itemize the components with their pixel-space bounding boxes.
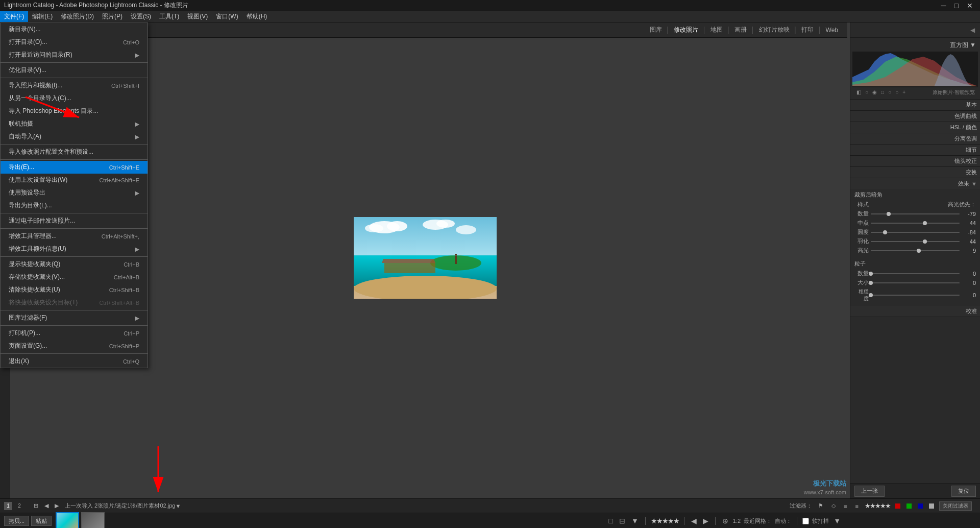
view-compare-icon[interactable]: ⊟ — [618, 517, 627, 525]
menu-export-catalog[interactable]: 导出为目录(L)... — [1, 199, 148, 212]
nav-book[interactable]: 画册 — [730, 26, 751, 34]
feather-slider[interactable] — [871, 241, 960, 242]
color-red[interactable] — [895, 503, 900, 509]
view-dropdown-icon[interactable]: ▼ — [630, 517, 640, 525]
filter-list2[interactable]: ≡ — [853, 503, 861, 509]
filter-list1[interactable]: ≡ — [842, 503, 849, 509]
menu-export-preset[interactable]: 使用预设导出▶ — [1, 186, 148, 199]
menu-optimize[interactable]: 优化目录(V)... — [1, 64, 148, 77]
circle-icon3[interactable]: ○ — [887, 88, 892, 96]
color-blue[interactable] — [918, 503, 923, 509]
circle-icon1[interactable]: ○ — [864, 88, 869, 96]
grain-size-thumb[interactable] — [869, 281, 873, 285]
hsl-header[interactable]: HSL / 颜色 — [850, 122, 980, 133]
prev-icon[interactable]: ◀ — [42, 502, 51, 509]
menu-help[interactable]: 帮助(H) — [242, 11, 272, 22]
menu-export-last[interactable]: 使用上次设置导出(W)Ctrl+Alt+Shift+E — [1, 174, 148, 186]
next-photo-icon[interactable]: ▶ — [701, 517, 710, 525]
menu-email[interactable]: 通过电子邮件发送照片... — [1, 214, 148, 227]
menu-recent-catalog[interactable]: 打开最近访问的目录(R)▶ — [1, 49, 148, 61]
roundness-slider[interactable] — [871, 232, 960, 233]
menu-export[interactable]: 导出(E)...Ctrl+Shift+E — [1, 161, 148, 174]
highlight-slider[interactable] — [871, 250, 960, 251]
copy-button[interactable]: 拷贝... — [4, 516, 29, 526]
menu-plugin-extras[interactable]: 增效工具额外信息(U)▶ — [1, 243, 148, 255]
menu-print[interactable]: 打印机(P)...Ctrl+P — [1, 327, 148, 340]
grid-icon[interactable]: ⊞ — [32, 502, 40, 509]
thumbnail-2[interactable] — [81, 512, 105, 528]
minimize-button[interactable]: ─ — [938, 2, 949, 10]
menu-window[interactable]: 窗口(W) — [212, 11, 242, 22]
nav-print[interactable]: 打印 — [797, 26, 818, 34]
menu-develop[interactable]: 修改照片(D) — [57, 11, 98, 22]
midpoint-thumb[interactable] — [923, 221, 927, 225]
highlight-thumb[interactable] — [917, 249, 921, 253]
feather-thumb[interactable] — [923, 239, 927, 244]
menu-import[interactable]: 导入照片和视频(I)...Ctrl+Shift+I — [1, 79, 148, 92]
menu-import-pse[interactable]: 导入 Photoshop Elements 目录... — [1, 105, 148, 117]
filter-icon1[interactable]: ⚑ — [816, 502, 825, 509]
menu-view[interactable]: 视图(V) — [183, 11, 212, 22]
split-toning-header[interactable]: 分离色调 — [850, 133, 980, 144]
color-gray[interactable] — [929, 503, 934, 509]
maximize-button[interactable]: □ — [951, 2, 962, 10]
menu-quick-collection[interactable]: 显示快捷收藏夹(Q)Ctrl+B — [1, 258, 148, 271]
page-2[interactable]: 2 — [15, 502, 23, 510]
tone-curve-header[interactable]: 色调曲线 — [850, 111, 980, 122]
amount-thumb[interactable] — [887, 212, 891, 216]
midpoint-slider[interactable] — [871, 223, 960, 224]
menu-tools[interactable]: 工具(T) — [155, 11, 183, 22]
menu-edit[interactable]: 编辑(E) — [28, 11, 57, 22]
nav-slideshow[interactable]: 幻灯片放映 — [755, 26, 794, 34]
menu-file[interactable]: 文件(F) — [0, 11, 28, 22]
prev-button[interactable]: 上一张 — [854, 486, 885, 497]
path-dropdown-icon[interactable]: ▼ — [175, 503, 181, 509]
detail-header[interactable]: 细节 — [850, 145, 980, 155]
grain-amount-slider[interactable] — [871, 273, 960, 274]
view-single-icon[interactable]: □ — [607, 517, 615, 525]
filter-icon2[interactable]: ◇ — [829, 502, 838, 509]
nav-develop[interactable]: 修改照片 — [670, 26, 702, 34]
square-icon[interactable]: □ — [880, 88, 885, 96]
toolbar-dropdown[interactable]: ▼ — [832, 517, 842, 525]
menu-open-catalog[interactable]: 打开目录(O)...Ctrl+O — [1, 36, 148, 49]
zoom-icon[interactable]: ⊕ — [721, 517, 730, 525]
nav-web[interactable]: Web — [822, 27, 842, 34]
menu-import-catalog[interactable]: 从另一个目录导入(C)... — [1, 92, 148, 105]
thumbnail-1[interactable] — [56, 512, 79, 528]
menu-page-setup[interactable]: 页面设置(G)...Ctrl+Shift+P — [1, 340, 148, 352]
menu-new-catalog[interactable]: 新目录(N)... — [1, 23, 148, 36]
close-button[interactable]: ✕ — [964, 2, 976, 10]
rating-stars[interactable]: ★★★★★ — [651, 517, 679, 525]
menu-library-filter[interactable]: 图库过滤器(F)▶ — [1, 311, 148, 324]
menu-tethered[interactable]: 联机拍摄▶ — [1, 117, 148, 130]
close-filter-button[interactable]: 关闭过滤器 — [939, 501, 972, 511]
amount-slider[interactable] — [871, 213, 960, 214]
calibration-header[interactable]: 校准 — [850, 306, 980, 317]
window-controls[interactable]: ─ □ ✕ — [938, 2, 976, 10]
prev-photo-icon[interactable]: ◀ — [690, 517, 698, 525]
next-icon[interactable]: ▶ — [53, 502, 61, 509]
lens-correction-header[interactable]: 镜头校正 — [850, 156, 980, 166]
circle-icon4[interactable]: ○ — [894, 88, 899, 96]
reset-button[interactable]: 复位 — [951, 486, 976, 497]
menu-save-quick[interactable]: 存储快捷收藏夹(V)...Ctrl+Alt+B — [1, 271, 148, 283]
menu-photo[interactable]: 照片(P) — [98, 11, 127, 22]
plus-icon[interactable]: + — [901, 88, 906, 96]
menu-quit[interactable]: 退出(X)Ctrl+Q — [1, 355, 148, 368]
roundness-thumb[interactable] — [883, 230, 887, 234]
grain-roughness-slider[interactable] — [871, 295, 960, 296]
menu-bar[interactable]: 文件(F) 编辑(E) 修改照片(D) 照片(P) 设置(S) 工具(T) 视图… — [0, 11, 980, 22]
grain-roughness-thumb[interactable] — [869, 293, 873, 297]
paste-button[interactable]: 粘贴 — [31, 516, 52, 526]
menu-plugin-manager[interactable]: 增效工具管理器...Ctrl+Alt+Shift+, — [1, 230, 148, 243]
panel-toggle-icon[interactable]: ◀ — [969, 26, 976, 35]
effects-header[interactable]: 效果 ▼ — [850, 178, 980, 189]
menu-clear-quick[interactable]: 清除快捷收藏夹(U)Ctrl+Shift+B — [1, 283, 148, 296]
filter-stars[interactable]: ★★★★★ — [865, 502, 890, 510]
grain-size-slider[interactable] — [871, 282, 960, 283]
nav-map[interactable]: 地图 — [706, 26, 727, 34]
soft-proof-checkbox[interactable] — [802, 518, 809, 524]
menu-settings[interactable]: 设置(S) — [127, 11, 155, 22]
menu-import-profiles[interactable]: 导入修改照片配置文件和预设... — [1, 146, 148, 158]
